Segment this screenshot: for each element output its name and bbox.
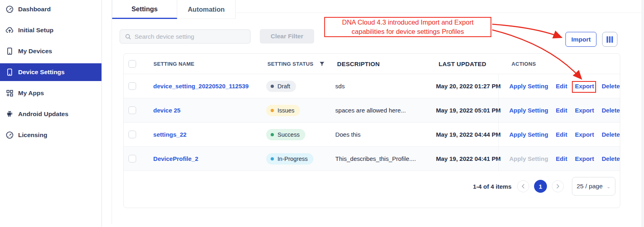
description-cell: Does this <box>331 131 431 138</box>
settings-table-card: SETTING NAME SETTING STATUS DESCRIPTION … <box>123 53 620 208</box>
row-checkbox[interactable] <box>128 82 136 90</box>
row-checkbox[interactable] <box>128 106 136 114</box>
edit-link[interactable]: Edit <box>556 155 567 162</box>
sidebar-item-my-apps[interactable]: My Apps <box>0 84 101 102</box>
chevron-down-icon: ⌄ <box>606 183 611 190</box>
column-header-setting-name[interactable]: SETTING NAME <box>149 61 263 67</box>
sidebar-item-label: Dashboard <box>18 6 51 13</box>
status-dot-icon <box>271 109 274 112</box>
status-label: Success <box>277 131 300 138</box>
last-updated-cell: May 19, 2022 04:44 PM <box>431 131 498 138</box>
export-link[interactable]: Export <box>575 155 594 162</box>
status-label: Issues <box>277 107 294 114</box>
android-icon <box>5 109 14 119</box>
delete-link[interactable]: Delete <box>602 83 620 90</box>
tablet-icon <box>5 67 14 77</box>
edit-link[interactable]: Edit <box>556 131 567 138</box>
setting-name-link[interactable]: DeviceProfile_2 <box>153 155 199 162</box>
select-all-checkbox[interactable] <box>128 60 136 68</box>
description-cell: sds <box>331 83 431 90</box>
apply-setting-link[interactable]: Apply Setting <box>509 155 548 162</box>
row-checkbox[interactable] <box>128 155 136 162</box>
apps-grid-icon <box>5 88 14 98</box>
column-header-last-updated[interactable]: LAST UPDATED <box>434 60 501 67</box>
row-checkbox[interactable] <box>128 131 136 138</box>
tab-automation[interactable]: Automation <box>177 0 236 19</box>
last-updated-cell: May 19, 2022 04:41 PM <box>431 155 498 162</box>
search-icon <box>125 33 131 40</box>
column-header-setting-status[interactable]: SETTING STATUS <box>263 61 332 67</box>
sidebar: Dashboard Initial Setup My Devices Devic… <box>0 0 102 227</box>
status-dot-icon <box>271 85 274 88</box>
sidebar-item-label: My Devices <box>18 48 52 55</box>
delete-link[interactable]: Delete <box>602 131 620 138</box>
table-row: device_setting_20220520_112539 Draft sds… <box>124 74 620 98</box>
pagination-summary: 1-4 of 4 items <box>473 183 511 190</box>
delete-link[interactable]: Delete <box>602 155 620 162</box>
header-divider <box>236 12 644 13</box>
export-highlight-box <box>572 81 596 93</box>
page-1-button[interactable]: 1 <box>534 180 547 193</box>
next-page-button[interactable] <box>552 180 564 192</box>
sidebar-nav: Dashboard Initial Setup My Devices Devic… <box>0 0 101 144</box>
status-badge: Success <box>266 129 305 140</box>
search-box <box>120 29 251 44</box>
description-cell: This_describes_this_Profile.... <box>331 155 431 162</box>
chevron-left-icon <box>521 184 526 189</box>
status-badge: In-Progress <box>266 153 313 165</box>
status-badge: Draft <box>266 81 296 92</box>
setting-name-link[interactable]: device 25 <box>153 107 181 114</box>
sidebar-item-label: My Apps <box>18 90 44 97</box>
sidebar-item-dashboard[interactable]: Dashboard <box>0 0 101 18</box>
last-updated-cell: May 20, 2022 01:27 PM <box>431 83 498 90</box>
columns-icon <box>607 36 613 43</box>
clear-filter-button[interactable]: Clear Filter <box>260 29 314 44</box>
sidebar-item-initial-setup[interactable]: Initial Setup <box>0 21 101 39</box>
apply-setting-link[interactable]: Apply Setting <box>509 131 548 138</box>
export-link[interactable]: Export <box>575 107 594 114</box>
page-size-select[interactable]: 25 / page ⌄ <box>572 177 615 196</box>
status-badge: Issues <box>266 105 300 116</box>
edit-link[interactable]: Edit <box>556 107 567 114</box>
status-dot-icon <box>271 133 274 136</box>
table-row: device 25 Issues spaces are allowed here… <box>124 98 620 123</box>
app-root: Dashboard Initial Setup My Devices Devic… <box>0 0 644 227</box>
gauge-icon <box>5 4 14 14</box>
annotation-callout: DNA Cloud 4.3 introduced Import and Expo… <box>324 17 491 37</box>
chevron-right-icon <box>555 184 560 189</box>
annotation-line2: capabilities for device settings Profile… <box>325 27 491 36</box>
page-scrollbar[interactable] <box>642 0 644 227</box>
last-updated-cell: May 19, 2022 05:01 PM <box>431 107 498 114</box>
column-header-actions: ACTIONS <box>501 54 620 74</box>
delete-link[interactable]: Delete <box>602 107 620 114</box>
setting-name-link[interactable]: device_setting_20220520_112539 <box>153 83 249 90</box>
status-dot-icon <box>271 157 274 160</box>
table-header-row: SETTING NAME SETTING STATUS DESCRIPTION … <box>124 54 620 74</box>
apply-setting-link[interactable]: Apply Setting <box>509 83 548 90</box>
sidebar-item-label: Licensing <box>18 131 47 139</box>
column-header-description[interactable]: DESCRIPTION <box>332 60 434 67</box>
sidebar-item-label: Android Updates <box>18 110 68 118</box>
setting-name-link[interactable]: settings_22 <box>153 131 187 138</box>
previous-page-button[interactable] <box>517 180 529 192</box>
sidebar-item-android-updates[interactable]: Android Updates <box>0 105 101 123</box>
columns-toggle-button[interactable] <box>602 32 617 47</box>
tab-settings[interactable]: Settings <box>112 0 177 19</box>
table-row: settings_22 Success Does this May 19, 20… <box>124 123 620 147</box>
sidebar-item-my-devices[interactable]: My Devices <box>0 42 101 60</box>
sidebar-item-licensing[interactable]: Licensing <box>0 126 101 144</box>
status-label: In-Progress <box>277 156 308 162</box>
sidebar-item-device-settings[interactable]: Device Settings <box>0 63 101 81</box>
search-input[interactable] <box>135 33 245 40</box>
pagination: 1-4 of 4 items 1 25 / page ⌄ <box>124 171 621 202</box>
edit-link[interactable]: Edit <box>556 83 567 90</box>
apply-setting-link[interactable]: Apply Setting <box>509 107 548 114</box>
filter-icon[interactable] <box>319 61 325 67</box>
tablet-icon <box>5 46 14 56</box>
export-link[interactable]: Export <box>575 131 594 138</box>
cloud-upload-icon <box>5 25 14 35</box>
content-panel-border <box>112 0 112 224</box>
import-button[interactable]: Import <box>565 32 596 47</box>
column-header-label: SETTING STATUS <box>267 61 313 67</box>
description-cell: spaces are allowed here... <box>331 107 431 114</box>
